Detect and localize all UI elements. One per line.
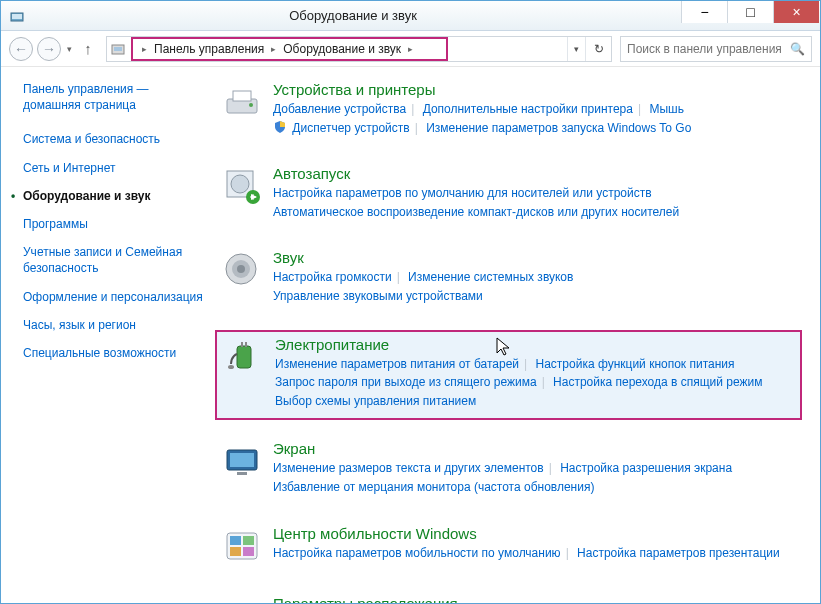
search-icon[interactable]: 🔍: [790, 42, 805, 56]
svg-rect-20: [237, 472, 247, 475]
category-title[interactable]: Устройства и принтеры: [273, 81, 796, 98]
svg-rect-24: [230, 547, 241, 556]
category-display: Экран Изменение размеров текста и других…: [215, 436, 802, 504]
link-wake-password[interactable]: Запрос пароля при выходе из спящего режи…: [275, 375, 537, 389]
sidebar-item-clock[interactable]: Часы, язык и регион: [23, 317, 203, 333]
link-windows-to-go[interactable]: Изменение параметров запуска Windows To …: [426, 121, 691, 135]
link-sleep-settings[interactable]: Настройка перехода в спящий режим: [553, 375, 762, 389]
titlebar: Оборудование и звук − □ ×: [1, 1, 820, 31]
category-power: Электропитание Изменение параметров пита…: [215, 330, 802, 421]
category-mobility: Центр мобильности Windows Настройка пара…: [215, 521, 802, 575]
category-title[interactable]: Экран: [273, 440, 796, 457]
sidebar: Панель управления — домашняя страница Си…: [1, 67, 211, 603]
sidebar-item-hardware[interactable]: Оборудование и звук: [23, 188, 203, 204]
link-battery-settings[interactable]: Изменение параметров питания от батарей: [275, 357, 519, 371]
svg-rect-19: [230, 453, 254, 467]
svg-point-13: [237, 265, 245, 273]
printer-icon: [221, 81, 263, 123]
sidebar-item-system[interactable]: Система и безопасность: [23, 131, 203, 147]
link-power-plan[interactable]: Выбор схемы управления питанием: [275, 394, 476, 408]
link-cd-autoplay[interactable]: Автоматическое воспроизведение компакт-д…: [273, 205, 679, 219]
svg-rect-5: [233, 91, 251, 101]
link-text-size[interactable]: Изменение размеров текста и других элеме…: [273, 461, 544, 475]
chevron-right-icon[interactable]: ▸: [268, 44, 279, 54]
svg-point-17: [228, 365, 234, 369]
chevron-right-icon[interactable]: ▸: [405, 44, 416, 54]
crumb-control-panel[interactable]: Панель управления: [150, 42, 268, 56]
link-default-media[interactable]: Настройка параметров по умолчанию для но…: [273, 186, 652, 200]
close-button[interactable]: ×: [773, 1, 819, 23]
back-button[interactable]: ←: [9, 37, 33, 61]
link-presentation[interactable]: Настройка параметров презентации: [577, 546, 780, 560]
maximize-button[interactable]: □: [727, 1, 773, 23]
category-location: Параметры расположения Изменение парамет…: [215, 591, 802, 603]
search-box[interactable]: 🔍: [620, 36, 812, 62]
svg-point-8: [231, 175, 249, 193]
up-button[interactable]: ↑: [78, 39, 98, 59]
svg-point-6: [249, 103, 253, 107]
sidebar-item-accounts[interactable]: Учетные записи и Семейная безопасность: [23, 244, 203, 276]
address-icon: [107, 41, 131, 57]
svg-rect-23: [243, 536, 254, 545]
address-bar[interactable]: ▸ Панель управления ▸ Оборудование и зву…: [106, 36, 612, 62]
refresh-button[interactable]: ↻: [585, 37, 611, 61]
breadcrumbs: ▸ Панель управления ▸ Оборудование и зву…: [131, 37, 448, 61]
cp-icon: [9, 8, 25, 24]
svg-rect-16: [245, 342, 247, 347]
chevron-right-icon[interactable]: ▸: [139, 44, 150, 54]
power-icon: [223, 336, 265, 378]
sidebar-item-network[interactable]: Сеть и Интернет: [23, 160, 203, 176]
link-add-device[interactable]: Добавление устройства: [273, 102, 406, 116]
search-input[interactable]: [627, 42, 790, 56]
shield-icon: [273, 120, 287, 134]
sidebar-item-ease[interactable]: Специальные возможности: [23, 345, 203, 361]
category-devices-printers: Устройства и принтеры Добавление устройс…: [215, 77, 802, 145]
autoplay-icon: [221, 165, 263, 207]
forward-button[interactable]: →: [37, 37, 61, 61]
svg-rect-22: [230, 536, 241, 545]
category-autoplay: Автозапуск Настройка параметров по умолч…: [215, 161, 802, 229]
category-sound: Звук Настройка громкости| Изменение сист…: [215, 245, 802, 313]
main-panel: Устройства и принтеры Добавление устройс…: [211, 67, 820, 603]
link-audio-devices[interactable]: Управление звуковыми устройствами: [273, 289, 483, 303]
speaker-icon: [221, 249, 263, 291]
crumb-hardware-sound[interactable]: Оборудование и звук: [279, 42, 405, 56]
category-title[interactable]: Параметры расположения: [273, 595, 796, 603]
link-system-sounds[interactable]: Изменение системных звуков: [408, 270, 573, 284]
svg-rect-14: [237, 346, 251, 368]
link-device-manager[interactable]: Диспетчер устройств: [292, 121, 409, 135]
svg-rect-1: [12, 14, 22, 19]
display-icon: [221, 440, 263, 482]
category-title[interactable]: Центр мобильности Windows: [273, 525, 796, 542]
svg-rect-3: [114, 47, 122, 51]
sidebar-home[interactable]: Панель управления — домашняя страница: [23, 81, 203, 113]
window-title: Оборудование и звук: [25, 8, 681, 23]
navbar: ← → ▾ ↑ ▸ Панель управления ▸ Оборудован…: [1, 31, 820, 67]
link-power-buttons[interactable]: Настройка функций кнопок питания: [536, 357, 735, 371]
link-printer-settings[interactable]: Дополнительные настройки принтера: [423, 102, 633, 116]
link-volume[interactable]: Настройка громкости: [273, 270, 392, 284]
svg-rect-25: [243, 547, 254, 556]
minimize-button[interactable]: −: [681, 1, 727, 23]
recent-locations-button[interactable]: ▾: [65, 44, 74, 54]
category-title[interactable]: Электропитание: [275, 336, 794, 353]
link-mouse[interactable]: Мышь: [649, 102, 684, 116]
link-mobility-default[interactable]: Настройка параметров мобильности по умол…: [273, 546, 561, 560]
link-resolution[interactable]: Настройка разрешения экрана: [560, 461, 732, 475]
sidebar-item-appearance[interactable]: Оформление и персонализация: [23, 289, 203, 305]
address-dropdown-button[interactable]: ▾: [567, 37, 585, 61]
category-title[interactable]: Звук: [273, 249, 796, 266]
svg-rect-15: [241, 342, 243, 347]
mobility-icon: [221, 525, 263, 567]
sidebar-item-programs[interactable]: Программы: [23, 216, 203, 232]
category-title[interactable]: Автозапуск: [273, 165, 796, 182]
location-icon: [221, 595, 263, 603]
link-refresh-rate[interactable]: Избавление от мерцания монитора (частота…: [273, 480, 594, 494]
